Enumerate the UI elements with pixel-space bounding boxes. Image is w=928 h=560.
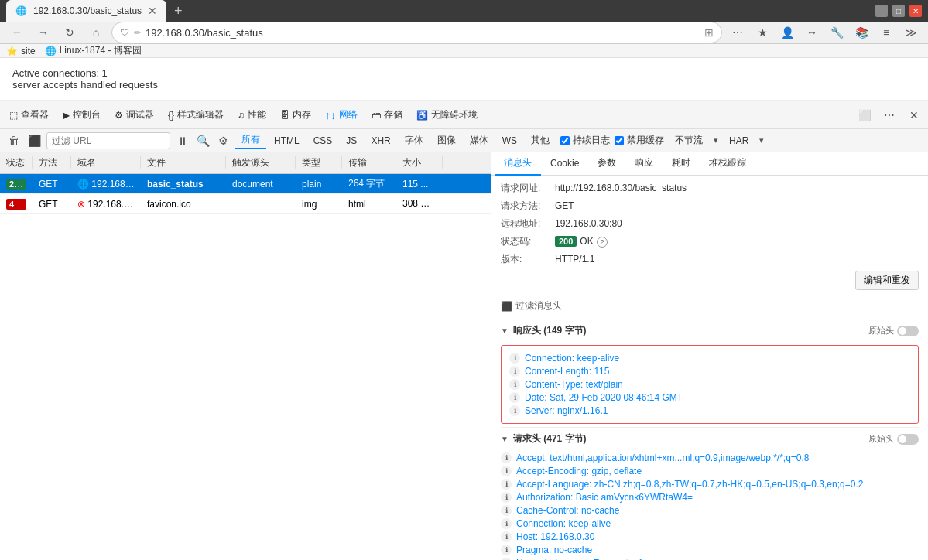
url-text: 192.168.0.30/basic_status: [146, 27, 700, 39]
devtools-accessibility[interactable]: ♿ 无障碍环境: [410, 105, 484, 125]
filter-font[interactable]: 字体: [399, 132, 430, 149]
bookmark-button[interactable]: ★: [752, 22, 773, 43]
devtools-performance[interactable]: ♫ 性能: [231, 105, 272, 125]
filter-types: 所有 HTML CSS JS XHR 字体 图像 媒体 WS 其他: [235, 131, 556, 149]
pause-button[interactable]: ⏸: [175, 133, 190, 149]
filter-xhr[interactable]: XHR: [365, 134, 396, 148]
request-headers-raw-toggle[interactable]: [897, 434, 919, 445]
response-headers-section[interactable]: ▼ 响应头 (149 字节) 原始头: [501, 319, 919, 342]
th-trigger: 触发源头: [226, 156, 296, 169]
request-list-panel: 状态 方法 域名 文件 触发源头 类型 传输 大小 200 GET: [0, 152, 491, 560]
filter-css[interactable]: CSS: [307, 134, 339, 148]
tab-cookie[interactable]: Cookie: [541, 153, 588, 175]
overflow-button[interactable]: ≫: [900, 22, 922, 43]
status-badge: 200: [6, 179, 26, 190]
devtools-more-button[interactable]: ⋯: [878, 104, 900, 126]
devtools-debugger[interactable]: ⚙ 调试器: [108, 105, 160, 125]
devtools-toolbar: ⬚ 查看器 ▶ 控制台 ⚙ 调试器 {} 样式编辑器 ♫ 性能 🗄 内存: [0, 101, 928, 129]
table-row[interactable]: 200 GET 🌐 192.168.0.... basic_status doc…: [0, 174, 491, 194]
dock-button[interactable]: ⬜: [854, 104, 875, 126]
table-row[interactable]: 404 GET ⊗ 192.168.0.... favicon.ico img …: [0, 194, 491, 214]
response-headers-raw-toggle[interactable]: [897, 326, 919, 336]
console-label: 控制台: [73, 108, 101, 121]
request-headers-list: ℹ Accept: text/html,application/xhtml+xm…: [501, 452, 919, 560]
menu-button[interactable]: ≡: [875, 22, 897, 43]
tab-timing[interactable]: 耗时: [663, 152, 700, 176]
back-button[interactable]: ←: [6, 22, 28, 43]
header-info-icon: ℹ: [509, 405, 520, 416]
tab-headers[interactable]: 消息头: [495, 152, 541, 176]
th-file: 文件: [141, 156, 226, 169]
request-headers-toggle: ▼: [501, 435, 509, 443]
tab-close-button[interactable]: ✕: [148, 5, 157, 17]
response-header-3: Date: Sat, 29 Feb 2020 08:46:14 GMT: [525, 392, 683, 403]
reload-button[interactable]: ↻: [59, 22, 80, 43]
response-headers-raw-label: 原始头: [868, 325, 894, 336]
har-button[interactable]: HAR: [723, 134, 755, 148]
header-line: ℹ Content-Length: 115: [509, 366, 910, 377]
close-button[interactable]: ✕: [909, 5, 922, 17]
new-tab-button[interactable]: +: [174, 3, 183, 19]
header-info-icon: ℹ: [509, 353, 520, 364]
request-header-7: Pragma: no-cache: [516, 545, 592, 555]
request-headers-title: 请求头 (471 字节): [513, 432, 587, 446]
bookmark-blog[interactable]: 🌐 Linux-1874 - 博客园: [45, 44, 142, 57]
devtools-style-editor[interactable]: {} 样式编辑器: [162, 105, 230, 125]
filter-ws[interactable]: WS: [496, 134, 523, 148]
devtools-inspector[interactable]: ⬚ 查看器: [3, 105, 55, 125]
filter-html[interactable]: HTML: [268, 134, 306, 148]
remote-addr-row: 远程地址: 192.168.0.30:80: [501, 217, 919, 230]
header-line: ℹ Connection: keep-alive: [501, 518, 919, 529]
filter-other[interactable]: 其他: [525, 132, 556, 149]
header-line: ℹ Connection: keep-alive: [509, 353, 910, 364]
edit-resend-button[interactable]: 编辑和重发: [855, 271, 919, 290]
settings-button[interactable]: ⚙: [215, 133, 231, 149]
home-button[interactable]: ⌂: [85, 22, 107, 43]
th-domain: 域名: [71, 156, 141, 169]
accessibility-icon: ♿: [416, 110, 428, 121]
status-help-icon[interactable]: ?: [597, 237, 608, 248]
devtools-memory[interactable]: 🗄 内存: [274, 105, 317, 125]
request-headers-section[interactable]: ▼ 请求头 (471 字节) 原始头: [501, 427, 919, 450]
network-table-area: 状态 方法 域名 文件 触发源头 类型 传输 大小 200 GET: [0, 152, 928, 560]
devtools-console[interactable]: ▶ 控制台: [57, 105, 107, 125]
tab-stack[interactable]: 堆栈跟踪: [700, 152, 755, 176]
devtools-storage[interactable]: 🗃 存储: [365, 105, 409, 125]
tab-response[interactable]: 响应: [625, 152, 663, 176]
forward-button[interactable]: →: [33, 22, 54, 43]
th-status: 状态: [0, 156, 33, 169]
filter-all[interactable]: 所有: [235, 131, 266, 149]
minimize-button[interactable]: –: [875, 5, 888, 17]
library-button[interactable]: 📚: [851, 22, 872, 43]
navigation-bar: ← → ↻ ⌂ 🛡 ✏ 192.168.0.30/basic_status ⊞ …: [0, 22, 928, 44]
response-headers-box: ℹ Connection: keep-alive ℹ Content-Lengt…: [501, 345, 919, 424]
no-throttle-button[interactable]: 不节流: [669, 132, 709, 149]
url-filter-input[interactable]: [46, 132, 170, 149]
persist-log-checkbox[interactable]: [560, 136, 570, 145]
sync-button[interactable]: ↔: [801, 22, 823, 43]
filter-js[interactable]: JS: [340, 134, 363, 148]
header-info-icon: ℹ: [509, 366, 520, 377]
devtools-close-button[interactable]: ✕: [903, 104, 925, 126]
request-url-label: 请求网址:: [501, 182, 555, 195]
search-button[interactable]: 🔍: [195, 133, 211, 149]
tab-params[interactable]: 参数: [588, 152, 625, 176]
address-bar[interactable]: 🛡 ✏ 192.168.0.30/basic_status ⊞: [111, 22, 722, 43]
filter-media[interactable]: 媒体: [464, 132, 495, 149]
filter-toggle-button[interactable]: ⬛: [26, 133, 42, 149]
disable-cache-checkbox[interactable]: [615, 136, 624, 145]
th-size: 大小: [396, 156, 443, 169]
request-headers-raw: 原始头: [868, 433, 919, 445]
filter-image[interactable]: 图像: [431, 132, 462, 149]
browser-tab[interactable]: 🌐 192.168.0.30/basic_status ✕: [6, 0, 166, 22]
clear-requests-button[interactable]: 🗑: [6, 133, 22, 149]
more-tools-button[interactable]: ⋯: [727, 22, 748, 43]
qr-icon[interactable]: ⊞: [704, 26, 714, 39]
request-header-2: Accept-Language: zh-CN,zh;q=0.8,zh-TW;q=…: [516, 479, 863, 490]
containers-button[interactable]: 👤: [776, 22, 798, 43]
bookmark-site[interactable]: ⭐ site: [6, 46, 36, 56]
extensions-button[interactable]: 🔧: [826, 22, 848, 43]
toggle-thumb: [899, 435, 906, 443]
maximize-button[interactable]: □: [892, 5, 905, 17]
devtools-network[interactable]: ↑↓ 网络: [319, 105, 364, 125]
